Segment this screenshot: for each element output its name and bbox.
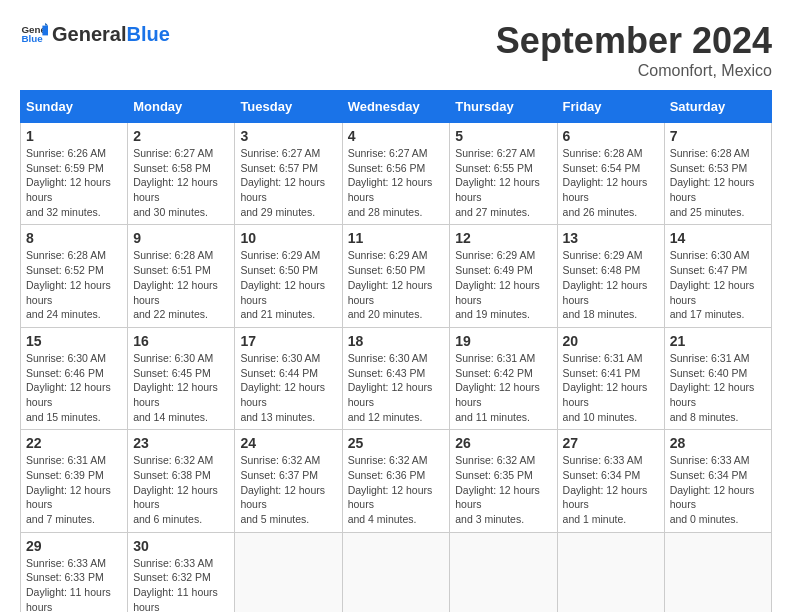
day-info: Sunrise: 6:27 AMSunset: 6:58 PMDaylight:… — [133, 146, 229, 219]
day-number: 14 — [670, 230, 766, 246]
day-number: 9 — [133, 230, 229, 246]
day-cell-20: 20 Sunrise: 6:31 AMSunset: 6:41 PMDaylig… — [557, 327, 664, 429]
day-info: Sunrise: 6:29 AMSunset: 6:48 PMDaylight:… — [563, 248, 659, 321]
day-number: 11 — [348, 230, 445, 246]
day-info: Sunrise: 6:26 AMSunset: 6:59 PMDaylight:… — [26, 146, 122, 219]
day-number: 24 — [240, 435, 336, 451]
day-number: 16 — [133, 333, 229, 349]
day-cell-3: 3 Sunrise: 6:27 AMSunset: 6:57 PMDayligh… — [235, 123, 342, 225]
day-info: Sunrise: 6:32 AMSunset: 6:38 PMDaylight:… — [133, 453, 229, 526]
day-info: Sunrise: 6:30 AMSunset: 6:47 PMDaylight:… — [670, 248, 766, 321]
day-info: Sunrise: 6:27 AMSunset: 6:55 PMDaylight:… — [455, 146, 551, 219]
day-number: 6 — [563, 128, 659, 144]
col-wednesday: Wednesday — [342, 91, 450, 123]
logo-wordmark: GeneralBlue — [52, 23, 170, 46]
logo-general: General — [52, 23, 126, 46]
day-number: 15 — [26, 333, 122, 349]
day-info: Sunrise: 6:27 AMSunset: 6:56 PMDaylight:… — [348, 146, 445, 219]
day-info: Sunrise: 6:29 AMSunset: 6:50 PMDaylight:… — [348, 248, 445, 321]
day-info: Sunrise: 6:29 AMSunset: 6:49 PMDaylight:… — [455, 248, 551, 321]
day-cell-5: 5 Sunrise: 6:27 AMSunset: 6:55 PMDayligh… — [450, 123, 557, 225]
day-info: Sunrise: 6:30 AMSunset: 6:44 PMDaylight:… — [240, 351, 336, 424]
empty-cell — [664, 532, 771, 612]
day-number: 17 — [240, 333, 336, 349]
day-info: Sunrise: 6:33 AMSunset: 6:32 PMDaylight:… — [133, 556, 229, 612]
day-info: Sunrise: 6:33 AMSunset: 6:34 PMDaylight:… — [670, 453, 766, 526]
day-number: 29 — [26, 538, 122, 554]
day-number: 8 — [26, 230, 122, 246]
empty-cell — [557, 532, 664, 612]
day-cell-30: 30 Sunrise: 6:33 AMSunset: 6:32 PMDaylig… — [128, 532, 235, 612]
day-info: Sunrise: 6:28 AMSunset: 6:54 PMDaylight:… — [563, 146, 659, 219]
day-info: Sunrise: 6:32 AMSunset: 6:37 PMDaylight:… — [240, 453, 336, 526]
day-cell-22: 22 Sunrise: 6:31 AMSunset: 6:39 PMDaylig… — [21, 430, 128, 532]
day-info: Sunrise: 6:31 AMSunset: 6:39 PMDaylight:… — [26, 453, 122, 526]
col-tuesday: Tuesday — [235, 91, 342, 123]
calendar-row: 1 Sunrise: 6:26 AMSunset: 6:59 PMDayligh… — [21, 123, 772, 225]
day-info: Sunrise: 6:30 AMSunset: 6:43 PMDaylight:… — [348, 351, 445, 424]
day-info: Sunrise: 6:30 AMSunset: 6:46 PMDaylight:… — [26, 351, 122, 424]
day-cell-2: 2 Sunrise: 6:27 AMSunset: 6:58 PMDayligh… — [128, 123, 235, 225]
day-cell-28: 28 Sunrise: 6:33 AMSunset: 6:34 PMDaylig… — [664, 430, 771, 532]
day-info: Sunrise: 6:31 AMSunset: 6:42 PMDaylight:… — [455, 351, 551, 424]
day-info: Sunrise: 6:28 AMSunset: 6:53 PMDaylight:… — [670, 146, 766, 219]
day-cell-19: 19 Sunrise: 6:31 AMSunset: 6:42 PMDaylig… — [450, 327, 557, 429]
svg-text:Blue: Blue — [21, 33, 43, 44]
day-cell-14: 14 Sunrise: 6:30 AMSunset: 6:47 PMDaylig… — [664, 225, 771, 327]
page-header: General Blue GeneralBlue September 2024 … — [20, 20, 772, 80]
calendar-row: 8 Sunrise: 6:28 AMSunset: 6:52 PMDayligh… — [21, 225, 772, 327]
col-friday: Friday — [557, 91, 664, 123]
day-number: 20 — [563, 333, 659, 349]
logo-icon: General Blue — [20, 20, 48, 48]
day-info: Sunrise: 6:33 AMSunset: 6:33 PMDaylight:… — [26, 556, 122, 612]
day-info: Sunrise: 6:31 AMSunset: 6:40 PMDaylight:… — [670, 351, 766, 424]
day-cell-1: 1 Sunrise: 6:26 AMSunset: 6:59 PMDayligh… — [21, 123, 128, 225]
col-saturday: Saturday — [664, 91, 771, 123]
day-number: 5 — [455, 128, 551, 144]
day-cell-8: 8 Sunrise: 6:28 AMSunset: 6:52 PMDayligh… — [21, 225, 128, 327]
day-cell-9: 9 Sunrise: 6:28 AMSunset: 6:51 PMDayligh… — [128, 225, 235, 327]
day-cell-16: 16 Sunrise: 6:30 AMSunset: 6:45 PMDaylig… — [128, 327, 235, 429]
day-info: Sunrise: 6:33 AMSunset: 6:34 PMDaylight:… — [563, 453, 659, 526]
day-cell-25: 25 Sunrise: 6:32 AMSunset: 6:36 PMDaylig… — [342, 430, 450, 532]
empty-cell — [235, 532, 342, 612]
logo: General Blue GeneralBlue — [20, 20, 170, 48]
day-number: 22 — [26, 435, 122, 451]
day-cell-13: 13 Sunrise: 6:29 AMSunset: 6:48 PMDaylig… — [557, 225, 664, 327]
col-thursday: Thursday — [450, 91, 557, 123]
day-number: 12 — [455, 230, 551, 246]
calendar-row: 15 Sunrise: 6:30 AMSunset: 6:46 PMDaylig… — [21, 327, 772, 429]
day-cell-26: 26 Sunrise: 6:32 AMSunset: 6:35 PMDaylig… — [450, 430, 557, 532]
day-number: 7 — [670, 128, 766, 144]
day-cell-29: 29 Sunrise: 6:33 AMSunset: 6:33 PMDaylig… — [21, 532, 128, 612]
day-info: Sunrise: 6:27 AMSunset: 6:57 PMDaylight:… — [240, 146, 336, 219]
col-monday: Monday — [128, 91, 235, 123]
day-cell-12: 12 Sunrise: 6:29 AMSunset: 6:49 PMDaylig… — [450, 225, 557, 327]
day-cell-11: 11 Sunrise: 6:29 AMSunset: 6:50 PMDaylig… — [342, 225, 450, 327]
calendar-table: Sunday Monday Tuesday Wednesday Thursday… — [20, 90, 772, 612]
day-cell-6: 6 Sunrise: 6:28 AMSunset: 6:54 PMDayligh… — [557, 123, 664, 225]
calendar-header-row: Sunday Monday Tuesday Wednesday Thursday… — [21, 91, 772, 123]
day-info: Sunrise: 6:28 AMSunset: 6:52 PMDaylight:… — [26, 248, 122, 321]
day-cell-21: 21 Sunrise: 6:31 AMSunset: 6:40 PMDaylig… — [664, 327, 771, 429]
day-number: 2 — [133, 128, 229, 144]
day-cell-23: 23 Sunrise: 6:32 AMSunset: 6:38 PMDaylig… — [128, 430, 235, 532]
day-info: Sunrise: 6:30 AMSunset: 6:45 PMDaylight:… — [133, 351, 229, 424]
day-number: 27 — [563, 435, 659, 451]
day-cell-24: 24 Sunrise: 6:32 AMSunset: 6:37 PMDaylig… — [235, 430, 342, 532]
day-info: Sunrise: 6:31 AMSunset: 6:41 PMDaylight:… — [563, 351, 659, 424]
day-number: 10 — [240, 230, 336, 246]
day-info: Sunrise: 6:32 AMSunset: 6:35 PMDaylight:… — [455, 453, 551, 526]
day-number: 13 — [563, 230, 659, 246]
logo-blue: Blue — [126, 23, 169, 46]
day-cell-10: 10 Sunrise: 6:29 AMSunset: 6:50 PMDaylig… — [235, 225, 342, 327]
day-number: 3 — [240, 128, 336, 144]
day-cell-7: 7 Sunrise: 6:28 AMSunset: 6:53 PMDayligh… — [664, 123, 771, 225]
location-subtitle: Comonfort, Mexico — [496, 62, 772, 80]
day-number: 23 — [133, 435, 229, 451]
day-number: 4 — [348, 128, 445, 144]
empty-cell — [342, 532, 450, 612]
day-cell-17: 17 Sunrise: 6:30 AMSunset: 6:44 PMDaylig… — [235, 327, 342, 429]
day-number: 18 — [348, 333, 445, 349]
day-number: 19 — [455, 333, 551, 349]
